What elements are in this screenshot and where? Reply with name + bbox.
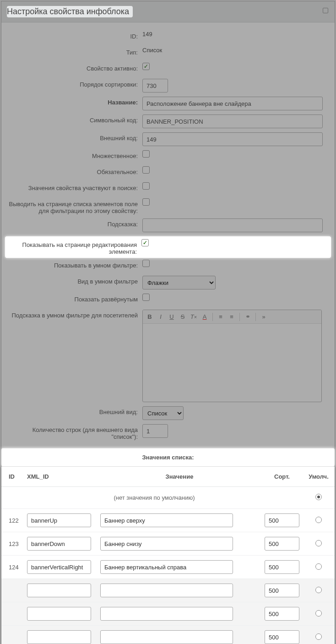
label-filterable: Выводить на странице списка элементов по… [7, 198, 142, 214]
checkbox-multiple[interactable] [142, 150, 150, 158]
input-row-value[interactable] [100, 560, 233, 574]
input-row-value[interactable] [100, 513, 233, 527]
radio-default[interactable] [315, 610, 322, 617]
th-xml-id: XML_ID [24, 467, 98, 487]
input-row-xml-id[interactable] [27, 537, 91, 551]
label-id: ID: [7, 31, 142, 40]
dialog-title: Настройка свойства инфоблока [7, 6, 133, 17]
no-default-label: (нет значения по умолчанию) [1, 487, 303, 509]
dialog: Настройка свойства инфоблока ID: 149 Тип… [1, 1, 335, 644]
table-row: 123 [1, 532, 335, 556]
list-values-table: ID XML_ID Значение Сорт. Умолч. (нет зна… [1, 467, 335, 644]
radio-default[interactable] [315, 587, 322, 593]
label-name: Название: [7, 97, 142, 106]
checkbox-active[interactable] [142, 63, 150, 70]
cell-id [1, 579, 24, 602]
text-color-icon[interactable]: A [200, 312, 210, 322]
radio-default[interactable] [315, 517, 322, 523]
input-xml-id[interactable] [142, 132, 323, 146]
radio-default[interactable] [315, 633, 322, 640]
input-row-sort[interactable] [265, 513, 299, 527]
editor-toolbar: B I U S T× A ≡ ≡ ⚭ » [143, 310, 321, 324]
input-row-xml-id[interactable] [27, 513, 91, 527]
italic-icon[interactable]: I [156, 312, 166, 322]
titlebar: Настройка свойства инфоблока [1, 1, 335, 22]
value-type: Список [142, 47, 329, 54]
label-hint: Подсказка: [7, 218, 142, 228]
input-row-sort[interactable] [265, 607, 299, 621]
table-row [1, 579, 335, 602]
radio-default[interactable] [315, 563, 322, 570]
input-row-value[interactable] [100, 630, 233, 644]
input-row-value[interactable] [100, 584, 233, 597]
value-id: 149 [142, 31, 329, 38]
checkbox-show-expanded[interactable] [142, 294, 150, 301]
input-code[interactable] [142, 115, 323, 128]
cell-id: 122 [1, 509, 24, 532]
list-values-heading: Значения списка: [1, 448, 335, 467]
rich-editor: B I U S T× A ≡ ≡ ⚭ » [142, 310, 322, 402]
label-row-count: Количество строк (для внешнего вида "спи… [7, 424, 142, 440]
bold-icon[interactable]: B [145, 312, 155, 322]
checkbox-smart-filter[interactable] [142, 260, 150, 267]
table-row: 122 [1, 509, 335, 532]
label-searchable: Значения свойства участвуют в поиске: [7, 182, 142, 191]
radio-default[interactable] [315, 540, 322, 546]
label-required: Обязательное: [7, 166, 142, 175]
label-smart-filter-view: Вид в умном фильтре [7, 276, 142, 285]
input-row-value[interactable] [100, 537, 233, 551]
label-type: Тип: [7, 47, 142, 56]
label-multiple: Множественное: [7, 150, 142, 159]
checkbox-searchable[interactable] [142, 182, 150, 190]
label-show-on-edit: Показывать на странице редактирования эл… [6, 239, 141, 255]
label-code: Символьный код: [7, 115, 142, 124]
th-sort: Сорт. [261, 467, 303, 487]
table-row [1, 602, 335, 626]
label-active: Свойство активно: [7, 63, 142, 72]
cell-id: 123 [1, 532, 24, 556]
link-icon[interactable]: ⚭ [243, 312, 253, 322]
table-row: 124 [1, 556, 335, 579]
th-id: ID [1, 467, 24, 487]
label-smart-filter: Показывать в умном фильтре: [7, 260, 142, 269]
checkbox-filterable[interactable] [142, 198, 150, 206]
input-row-count[interactable] [142, 424, 168, 438]
label-sort: Порядок сортировки: [7, 79, 142, 88]
input-row-value[interactable] [100, 607, 233, 621]
radio-default-none[interactable] [315, 494, 322, 500]
input-row-xml-id[interactable] [27, 560, 91, 574]
table-row [1, 626, 335, 644]
cell-id [1, 602, 24, 626]
checkbox-required[interactable] [142, 166, 150, 174]
label-smart-filter-hint: Подсказка в умном фильтре для посетителе… [7, 310, 142, 319]
th-default: Умолч. [303, 467, 335, 487]
editor-textarea[interactable] [143, 324, 321, 402]
input-sort[interactable] [142, 79, 168, 93]
strike-icon[interactable]: S [178, 312, 188, 322]
label-xml-id: Внешний код: [7, 132, 142, 142]
unordered-list-icon[interactable]: ≡ [227, 312, 237, 322]
clear-format-icon[interactable]: T× [189, 312, 199, 322]
select-external-view[interactable]: Список [142, 406, 184, 420]
input-row-sort[interactable] [265, 537, 299, 551]
th-value: Значение [98, 467, 261, 487]
cell-id: 124 [1, 556, 24, 579]
checkbox-show-on-edit[interactable] [141, 239, 149, 246]
input-hint[interactable] [142, 218, 323, 232]
label-show-expanded: Показать развёрнутым [7, 294, 142, 303]
input-row-sort[interactable] [265, 584, 299, 597]
close-icon[interactable] [323, 8, 328, 13]
ordered-list-icon[interactable]: ≡ [216, 312, 226, 322]
underline-icon[interactable]: U [167, 312, 177, 322]
cell-id [1, 626, 24, 644]
label-external-view: Внешний вид: [7, 406, 142, 415]
input-row-xml-id[interactable] [27, 584, 91, 597]
input-row-sort[interactable] [265, 560, 299, 574]
input-row-sort[interactable] [265, 630, 299, 644]
input-name[interactable] [142, 97, 323, 110]
select-smart-filter-view[interactable]: Флажки [142, 276, 216, 289]
more-icon[interactable]: » [259, 312, 269, 322]
input-row-xml-id[interactable] [27, 630, 91, 644]
input-row-xml-id[interactable] [27, 607, 91, 621]
